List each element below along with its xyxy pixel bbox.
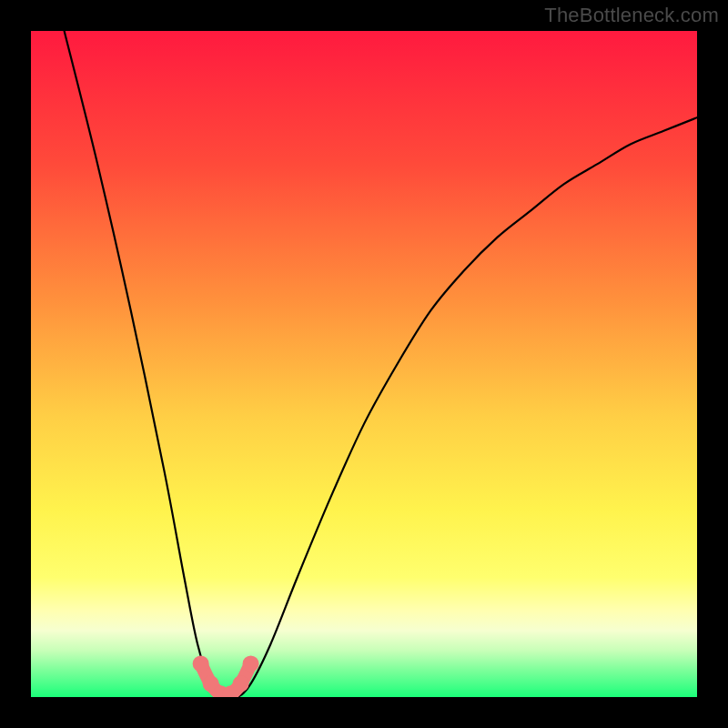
plot-area bbox=[31, 31, 697, 697]
curve-layer bbox=[31, 31, 697, 697]
minimum-marker-dot bbox=[233, 675, 249, 692]
minimum-marker-dot bbox=[193, 655, 209, 672]
bottleneck-curve bbox=[65, 31, 697, 697]
attribution-text: TheBottleneck.com bbox=[544, 4, 719, 27]
minimum-marker-dot bbox=[243, 655, 259, 672]
chart-canvas: TheBottleneck.com bbox=[0, 0, 728, 728]
